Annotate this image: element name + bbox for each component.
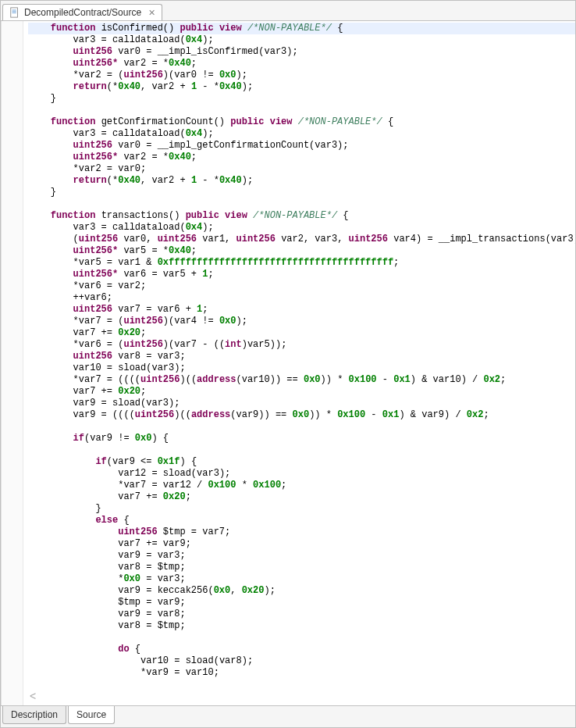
scroll-left-icon[interactable]: < [30, 690, 36, 702]
code-viewport[interactable]: function isConfirmed() public view /*NON… [23, 21, 575, 705]
tab-description[interactable]: Description [2, 706, 66, 724]
editor-tab-label: DecompiledContract/Source [24, 7, 141, 18]
editor-gutter [2, 21, 23, 705]
close-icon[interactable]: ✕ [148, 8, 155, 18]
file-icon [9, 7, 20, 18]
tab-source[interactable]: Source [68, 706, 115, 724]
svg-rect-1 [12, 10, 16, 11]
editor-tab-bar: DecompiledContract/Source ✕ [1, 1, 575, 21]
svg-rect-3 [12, 12, 16, 13]
editor-area: function isConfirmed() public view /*NON… [1, 21, 575, 705]
editor-tab-active[interactable]: DecompiledContract/Source ✕ [2, 4, 162, 20]
svg-rect-2 [12, 11, 16, 12]
bottom-tab-bar: Description Source [1, 705, 575, 727]
source-code: function isConfirmed() public view /*NON… [23, 21, 575, 680]
